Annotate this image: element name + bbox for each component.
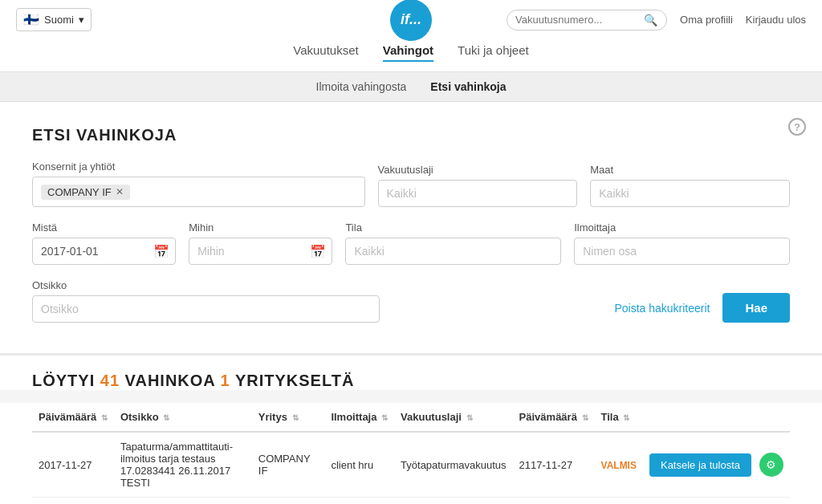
flag-icon: 🇫🇮: [23, 12, 39, 27]
cell-actions: Katsele ja tulosta ⚙: [643, 432, 790, 498]
clear-btn[interactable]: Poista hakukriteerit: [614, 302, 710, 315]
katsele-btn[interactable]: Katsele ja tulosta: [649, 453, 751, 477]
konsernit-group: Konsernit ja yhtiöt COMPANY IF ✕: [32, 161, 365, 207]
col-yritys: Yritys ⇅: [252, 403, 325, 432]
main-nav: VakuutuksetVahingotTuki ja ohjeet: [16, 35, 806, 71]
status-badge: VALMIS: [601, 460, 637, 471]
sort-icon[interactable]: ⇅: [101, 413, 108, 422]
help-icon[interactable]: ?: [788, 118, 806, 136]
tila-group: Tila: [345, 222, 561, 265]
logout-link[interactable]: Kirjaudu ulos: [746, 14, 806, 26]
search-title: ETSI VAHINKOJA: [32, 126, 790, 144]
results-section: LÖYTYI 41 VAHINKOA 1 YRITYKSELTÄ: [0, 353, 822, 390]
mista-date-wrapper: 📅: [32, 238, 176, 265]
nav-item-tuki-ja-ohjeet[interactable]: Tuki ja ohjeet: [458, 43, 529, 62]
col-vakuutuslaji: Vakuutuslaji ⇅: [394, 403, 513, 432]
count-yrityksia: 1: [221, 372, 230, 389]
cell-otsikko: RE: Tapaturma/ammattitauti-ilmoitus: [114, 498, 252, 505]
maat-input[interactable]: [590, 180, 790, 207]
col-actions: [643, 403, 790, 432]
form-actions: Poista hakukriteerit Hae: [614, 293, 790, 323]
header: 🇫🇮 Suomi ▾ if... 🔍 Oma profiili Kirjaudu…: [0, 0, 822, 72]
gear-btn[interactable]: ⚙: [759, 453, 783, 477]
cell-vakuutuslaji: Työtapaturmavakuutus: [394, 432, 513, 498]
sort-icon[interactable]: ⇅: [292, 413, 299, 422]
cell-otsikko: Tapaturma/ammattitauti-ilmoitus tarja te…: [114, 432, 252, 498]
mihin-date-wrapper: 📅: [189, 238, 332, 265]
mista-label: Mistä: [32, 222, 176, 234]
tila-label: Tila: [345, 222, 561, 234]
header-actions: 🔍 Oma profiili Kirjaudu ulos: [507, 10, 806, 30]
subnav-item-etsi-vahinkoja[interactable]: Etsi vahinkoja: [430, 80, 506, 93]
cell-paivamaara2: 2117-11-27: [513, 432, 595, 498]
ilmoittaja-label: Ilmoittaja: [574, 222, 790, 234]
subnav-item-ilmoita-vahingosta[interactable]: Ilmoita vahingosta: [316, 80, 407, 93]
sort-icon[interactable]: ⇅: [381, 413, 388, 422]
cell-paivamaara2: [513, 498, 595, 505]
tag-close-icon[interactable]: ✕: [116, 186, 124, 197]
table-row: 2017-11-27 Tapaturma/ammattitauti-ilmoit…: [32, 432, 790, 498]
header-search[interactable]: 🔍: [507, 10, 667, 30]
cell-vakuutuslaji: [394, 498, 513, 505]
col-ilmoittaja: Ilmoittaja ⇅: [324, 403, 394, 432]
search-icon-btn[interactable]: 🔍: [644, 14, 657, 26]
cell-tila: [595, 498, 643, 505]
col-otsikko: Otsikko ⇅: [114, 403, 252, 432]
mista-group: Mistä 📅: [32, 222, 176, 265]
vakuutuslaji-label: Vakuutuslaji: [378, 164, 578, 176]
form-row-2: Mistä 📅 Mihin 📅 Tila Ilmoittaja: [32, 222, 790, 265]
search-section: ? ETSI VAHINKOJA Konsernit ja yhtiöt COM…: [0, 102, 822, 353]
logo-circle: if...: [390, 0, 432, 41]
lang-label: Suomi: [44, 14, 74, 26]
language-selector[interactable]: 🇫🇮 Suomi ▾: [16, 8, 92, 31]
form-row-3: Otsikko Poista hakukriteerit Hae: [32, 279, 790, 323]
mihin-group: Mihin 📅: [189, 222, 332, 265]
sort-icon[interactable]: ⇅: [623, 413, 629, 422]
cell-ilmoittaja: [324, 498, 394, 505]
results-title: LÖYTYI 41 VAHINKOA 1 YRITYKSELTÄ: [32, 372, 790, 390]
search-btn[interactable]: Hae: [722, 293, 790, 323]
profile-link[interactable]: Oma profiili: [680, 14, 733, 26]
mista-calendar-icon[interactable]: 📅: [153, 244, 169, 259]
table-header: Päivämäärä ⇅ Otsikko ⇅ Yritys ⇅ Ilmoitta…: [32, 403, 790, 432]
ilmoittaja-group: Ilmoittaja: [574, 222, 790, 265]
logo: if...: [390, 0, 432, 41]
cell-actions: [643, 498, 790, 505]
otsikko-label: Otsikko: [32, 279, 380, 291]
nav-item-vakuutukset[interactable]: Vakuutukset: [293, 43, 358, 62]
col-paivamaara: Päivämäärä ⇅: [32, 403, 114, 432]
maat-group: Maat: [590, 164, 790, 207]
cell-tila: VALMIS: [595, 432, 643, 498]
sort-icon[interactable]: ⇅: [582, 413, 588, 422]
mihin-calendar-icon[interactable]: 📅: [310, 244, 326, 259]
chevron-down-icon: ▾: [79, 14, 84, 26]
cell-yritys: COMPANY: [252, 498, 325, 505]
table-body: 2017-11-27 Tapaturma/ammattitauti-ilmoit…: [32, 432, 790, 504]
cell-yritys: COMPANY IF: [252, 432, 325, 498]
konsernit-tag: COMPANY IF ✕: [41, 185, 130, 200]
form-row-1: Konsernit ja yhtiöt COMPANY IF ✕ Vakuutu…: [32, 161, 790, 207]
vakuutuslaji-input[interactable]: [378, 180, 578, 207]
table-row: RE: Tapaturma/ammattitauti-ilmoitus COMP…: [32, 498, 790, 505]
table-section: Päivämäärä ⇅ Otsikko ⇅ Yritys ⇅ Ilmoitta…: [0, 403, 822, 504]
tila-input[interactable]: [345, 238, 561, 265]
otsikko-input[interactable]: [32, 295, 380, 323]
mihin-label: Mihin: [189, 222, 332, 234]
maat-label: Maat: [590, 164, 790, 176]
count-vahinkoa: 41: [100, 372, 120, 389]
search-input[interactable]: [515, 14, 644, 26]
otsikko-group: Otsikko: [32, 279, 380, 323]
cell-paivamaara: 2017-11-27: [32, 432, 114, 498]
col-paivamaara2: Päivämäärä ⇅: [513, 403, 595, 432]
cell-paivamaara: [32, 498, 114, 505]
sort-icon[interactable]: ⇅: [163, 413, 169, 422]
cell-ilmoittaja: client hru: [324, 432, 394, 498]
ilmoittaja-input[interactable]: [574, 238, 790, 265]
konsernit-input[interactable]: COMPANY IF ✕: [32, 177, 365, 207]
results-table: Päivämäärä ⇅ Otsikko ⇅ Yritys ⇅ Ilmoitta…: [32, 403, 790, 504]
col-tila: Tila ⇅: [595, 403, 643, 432]
konsernit-label: Konsernit ja yhtiöt: [32, 161, 365, 173]
nav-item-vahingot[interactable]: Vahingot: [383, 43, 433, 62]
sort-icon[interactable]: ⇅: [466, 413, 473, 422]
vakuutuslaji-group: Vakuutuslaji: [378, 164, 578, 207]
